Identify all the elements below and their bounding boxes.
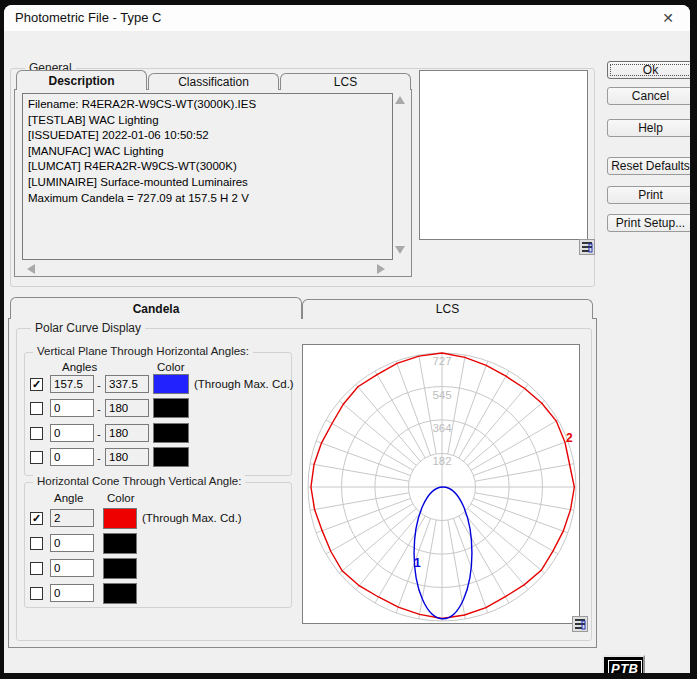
vp-row1-checkbox[interactable]: ✓ [30,378,43,391]
vp-through-max-note: (Through Max. Cd.) [194,378,294,390]
preview-notes-icon[interactable] [579,239,595,255]
svg-text:364: 364 [432,422,452,434]
vertical-plane-group-label: Vertical Plane Through Horizontal Angles… [33,345,253,357]
hc-row4-checkbox[interactable] [30,587,43,600]
ptb-logo-text: PTB [608,660,642,673]
print-setup-button[interactable]: Print Setup... [607,214,690,232]
desc-line: [ISSUEDATE] 2022-01-06 10:50:52 [28,128,387,144]
scroll-down-icon[interactable] [395,246,405,254]
hc-row2-angle-field[interactable] [50,534,94,552]
desc-line: Filename: R4ERA2R-W9CS-WT(3000K).IES [28,97,387,113]
cancel-button[interactable]: Cancel [607,87,690,105]
hc-row4-color-swatch[interactable] [103,583,137,604]
ok-button[interactable]: Ok [607,61,690,79]
svg-text:182: 182 [432,455,451,467]
tab-description[interactable]: Description [16,70,147,90]
description-textbox[interactable]: Filename: R4ERA2R-W9CS-WT(3000K).IES [TE… [22,93,393,260]
scroll-up-icon[interactable] [395,96,405,104]
vp-row4-color-swatch[interactable] [153,447,189,467]
vp-row3-checkbox[interactable] [30,427,43,440]
desc-line: [LUMINAIRE] Surface-mounted Luminaires [28,175,387,191]
vp-row1-from-field[interactable] [50,375,94,393]
vp-row1-dash: - [97,379,101,391]
chart-notes-icon[interactable] [572,616,588,632]
hc-row3-checkbox[interactable] [30,562,43,575]
tab-classification[interactable]: Classification [148,73,279,90]
dialog-body: General Description Classification LCS F… [4,31,690,673]
vp-row2-checkbox[interactable] [30,402,43,415]
polar-curve-group-label: Polar Curve Display [31,321,145,335]
hc-row4-angle-field[interactable] [50,584,94,602]
svg-text:2: 2 [566,431,573,445]
vp-row3-to-field[interactable] [105,424,149,442]
hc-row2-checkbox[interactable] [30,537,43,550]
vp-row1-color-swatch[interactable] [153,374,189,394]
vp-row3-dash: - [97,428,101,440]
color-column-header-2: Color [107,492,134,504]
hc-row1-checkbox[interactable]: ✓ [30,512,43,525]
hc-row2-color-swatch[interactable] [103,533,137,554]
print-button[interactable]: Print [607,186,690,204]
vp-row2-from-field[interactable] [50,399,94,417]
vp-row2-to-field[interactable] [105,399,149,417]
desc-line: [TESTLAB] WAC Lighting [28,113,387,129]
desc-line: [LUMCAT] R4ERA2R-W9CS-WT(3000K) [28,159,387,175]
horizontal-cone-group-label: Horizontal Cone Through Vertical Angle: [33,475,245,487]
close-icon[interactable]: ✕ [659,9,677,27]
vp-row4-dash: - [97,452,101,464]
angle-column-header: Angle [54,492,83,504]
color-column-header: Color [157,361,184,373]
svg-text:727: 727 [432,355,451,367]
vp-row4-from-field[interactable] [50,448,94,466]
tab-candela[interactable]: Candela [10,297,302,319]
desc-line: [MANUFAC] WAC Lighting [28,144,387,160]
tab-lcs-lower[interactable]: LCS [302,299,593,319]
polar-chart: 18236454572721 [302,344,580,624]
desc-line: Maximum Candela = 727.09 at 157.5 H 2 V [28,191,387,207]
vp-row2-color-swatch[interactable] [153,398,189,418]
svg-text:545: 545 [432,389,451,401]
svg-text:1: 1 [414,556,421,570]
ptb-logo-button[interactable]: PTB [602,655,645,673]
preview-box [419,70,588,240]
hc-through-max-note: (Through Max. Cd.) [142,512,242,524]
tab-lcs-upper[interactable]: LCS [280,73,411,90]
window-title: Photometric File - Type C [15,10,161,25]
help-button[interactable]: Help [607,119,690,137]
photometric-dialog: Photometric File - Type C ✕ General Desc… [4,5,690,673]
vp-row4-checkbox[interactable] [30,451,43,464]
hc-row1-color-swatch[interactable] [103,508,137,529]
vp-row1-to-field[interactable] [105,375,149,393]
vp-row3-from-field[interactable] [50,424,94,442]
hc-row1-angle-field[interactable] [50,509,94,527]
polar-chart-svg: 18236454572721 [303,345,579,623]
titlebar[interactable]: Photometric File - Type C ✕ [4,5,690,31]
vp-row4-to-field[interactable] [105,448,149,466]
angles-column-header: Angles [62,361,97,373]
scroll-right-icon[interactable] [377,264,385,274]
vp-row3-color-swatch[interactable] [153,423,189,443]
scroll-left-icon[interactable] [27,264,35,274]
vp-row2-dash: - [97,403,101,415]
hc-row3-color-swatch[interactable] [103,558,137,579]
hc-row3-angle-field[interactable] [50,559,94,577]
reset-defaults-button[interactable]: Reset Defaults [607,157,690,175]
